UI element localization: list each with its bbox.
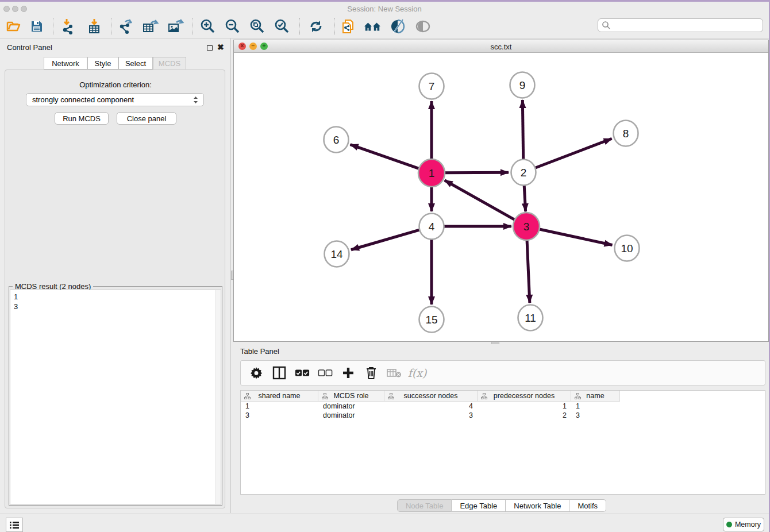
export-table-icon[interactable] xyxy=(141,18,160,35)
cytoscape-window: { "window": { "title": "Session: New Ses… xyxy=(0,0,770,532)
session-title: Session: New Session xyxy=(0,5,769,13)
table-cell: 1 xyxy=(478,402,571,411)
edge-2-to-3[interactable] xyxy=(524,184,526,211)
select-all-rows-icon[interactable] xyxy=(295,365,310,380)
select-updown-icon xyxy=(192,95,199,106)
result-line: 1 xyxy=(14,292,217,302)
node-label: 6 xyxy=(333,134,340,146)
export-network-icon[interactable] xyxy=(117,18,135,35)
edge-3-to-11[interactable] xyxy=(527,238,530,303)
table-cell: 1 xyxy=(241,402,318,411)
node-label: 10 xyxy=(621,242,633,255)
criterion-value: strongly connected component xyxy=(32,95,134,104)
export-image-icon[interactable] xyxy=(167,18,185,35)
zoom-in-icon[interactable] xyxy=(199,18,217,35)
graph-node-2[interactable]: 2 xyxy=(511,160,536,186)
delete-table-icon[interactable] xyxy=(387,365,402,380)
tab-motifs[interactable]: Motifs xyxy=(569,499,606,512)
column-label: successor nodes xyxy=(404,392,458,400)
toggle-column-display-icon[interactable] xyxy=(272,365,287,380)
save-session-icon[interactable] xyxy=(28,18,46,35)
criterion-select[interactable]: strongly connected component xyxy=(26,93,204,106)
zoom-out-icon[interactable] xyxy=(224,18,242,35)
control-panel-header: Control Panel ✖ xyxy=(0,41,230,53)
table-row[interactable]: 3dominator323 xyxy=(241,411,765,420)
tab-mcds[interactable]: MCDS xyxy=(153,57,186,70)
run-mcds-button[interactable]: Run MCDS xyxy=(55,112,109,125)
column-header-predecessor-nodes[interactable]: predecessor nodes xyxy=(478,391,571,402)
graph-node-11[interactable]: 11 xyxy=(518,305,543,331)
node-label: 9 xyxy=(519,79,526,91)
delete-column-icon[interactable] xyxy=(364,365,379,380)
tab-select[interactable]: Select xyxy=(118,57,153,70)
mcds-result-lines: 13 xyxy=(10,290,221,313)
tab-node-table[interactable]: Node Table xyxy=(397,499,452,512)
toolbar-separator xyxy=(111,18,111,35)
table-body: 1dominator4113dominator323 xyxy=(241,402,765,420)
edge-2-to-9[interactable] xyxy=(522,100,523,160)
show-panels-list-button[interactable] xyxy=(6,518,23,532)
edge-3-to-1[interactable] xyxy=(445,180,516,221)
node-label: 8 xyxy=(623,128,629,140)
close-panel-button[interactable]: Close panel xyxy=(117,112,176,125)
memory-button[interactable]: Memory xyxy=(723,518,764,531)
column-header-successor-nodes[interactable]: successor nodes xyxy=(384,391,478,402)
table-cell: 3 xyxy=(241,411,318,420)
toolbar-separator xyxy=(192,18,192,35)
memory-label: Memory xyxy=(735,521,761,529)
edge-1-to-6[interactable] xyxy=(351,145,421,169)
graphics-details-icon[interactable] xyxy=(388,18,407,35)
column-label: shared name xyxy=(259,392,301,400)
mcds-result-textarea[interactable]: 13 xyxy=(10,290,221,504)
network-graph-canvas[interactable]: 7968124314101511 xyxy=(234,53,768,341)
graph-node-8[interactable]: 8 xyxy=(614,121,638,147)
import-table-icon[interactable] xyxy=(85,18,103,35)
network-window-titlebar: × − + scc.txt xyxy=(234,40,768,53)
app-titlebar: Session: New Session xyxy=(0,2,769,14)
node-label: 14 xyxy=(330,248,343,260)
graph-node-15[interactable]: 15 xyxy=(419,307,444,333)
zoom-fit-icon[interactable] xyxy=(248,18,267,35)
column-header-shared-name[interactable]: shared name xyxy=(241,391,318,402)
graph-node-6[interactable]: 6 xyxy=(324,127,349,153)
float-panel-icon[interactable] xyxy=(207,45,213,51)
zoom-selected-icon[interactable] xyxy=(273,18,291,35)
status-bar: Memory xyxy=(0,514,769,532)
column-header-MCDS-role[interactable]: MCDS role xyxy=(318,391,384,402)
edge-1-to-2[interactable] xyxy=(444,172,509,173)
table-cell: 3 xyxy=(384,411,478,420)
graph-node-7[interactable]: 7 xyxy=(419,74,444,99)
edge-2-to-8[interactable] xyxy=(535,138,612,168)
edge-3-to-10[interactable] xyxy=(538,229,613,245)
apply-function-icon[interactable]: f(x) xyxy=(410,365,425,380)
close-panel-icon[interactable]: ✖ xyxy=(217,43,224,52)
table-cell: dominator xyxy=(318,411,384,420)
tab-style[interactable]: Style xyxy=(87,57,118,70)
tab-network-table[interactable]: Network Table xyxy=(506,499,569,512)
first-neighbors-icon[interactable] xyxy=(363,18,382,35)
open-session-icon[interactable] xyxy=(5,18,23,35)
add-column-icon[interactable] xyxy=(341,365,356,380)
graph-node-10[interactable]: 10 xyxy=(615,236,640,261)
hide-selected-eye-icon[interactable] xyxy=(414,18,432,35)
search-input[interactable] xyxy=(611,20,763,31)
refresh-view-icon[interactable] xyxy=(307,18,325,35)
table-panel-title: Table Panel xyxy=(240,347,279,356)
graph-node-9[interactable]: 9 xyxy=(510,72,535,98)
edge-4-to-14[interactable] xyxy=(351,230,420,250)
table-row[interactable]: 1dominator411 xyxy=(241,402,765,411)
import-network-icon[interactable] xyxy=(59,18,77,35)
column-header-name[interactable]: name xyxy=(571,391,620,402)
tab-edge-table[interactable]: Edge Table xyxy=(452,499,506,512)
graph-node-14[interactable]: 14 xyxy=(325,241,349,267)
tab-network[interactable]: Network xyxy=(44,57,87,70)
graph-node-3[interactable]: 3 xyxy=(513,213,540,240)
graph-node-4[interactable]: 4 xyxy=(419,214,444,240)
toolbar-separator xyxy=(299,18,300,35)
clone-network-icon[interactable] xyxy=(339,18,357,35)
result-scrollbar[interactable] xyxy=(215,290,221,504)
memory-status-dot xyxy=(726,522,732,527)
settings-gear-icon[interactable] xyxy=(249,365,264,380)
deselect-all-rows-icon[interactable] xyxy=(318,365,333,380)
graph-node-1[interactable]: 1 xyxy=(418,159,445,187)
